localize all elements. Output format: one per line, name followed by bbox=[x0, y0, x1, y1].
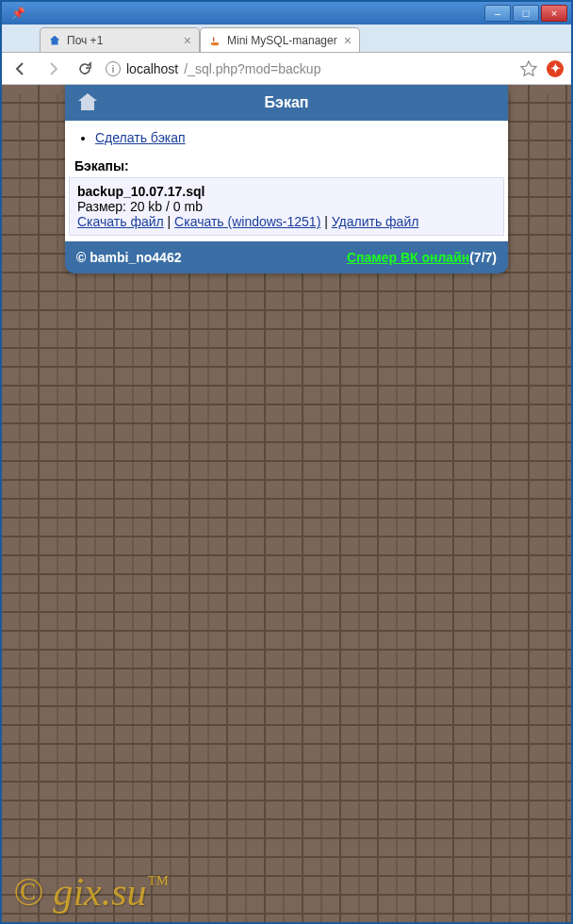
panel-body: Сделать бэкап Бэкапы: backup_10.07.17.sq… bbox=[65, 121, 508, 241]
bookmark-star-icon[interactable] bbox=[520, 60, 537, 77]
tab-inactive[interactable]: Поч +1 × bbox=[40, 27, 200, 52]
backup-actions: Скачать файл | Скачать (windows-1251) | … bbox=[77, 214, 496, 229]
panel-title: Бэкап bbox=[101, 94, 472, 111]
window-frame: 📌 – □ × Поч +1 × Mini MySQL-manager × bbox=[0, 0, 573, 924]
watermark: © gix.su™ bbox=[13, 869, 169, 915]
url-path: /_sql.php?mod=backup bbox=[184, 61, 320, 76]
java-icon bbox=[208, 34, 221, 47]
reload-button[interactable] bbox=[74, 58, 96, 80]
backup-size: Размер: 20 kb / 0 mb bbox=[77, 199, 496, 214]
back-button[interactable] bbox=[9, 58, 32, 80]
home-icon bbox=[48, 34, 61, 47]
close-button[interactable]: × bbox=[541, 5, 567, 22]
tab-close-icon[interactable]: × bbox=[344, 33, 352, 48]
title-bar-left: 📌 bbox=[6, 7, 483, 20]
footer-copyright: © bambi_no4462 bbox=[76, 250, 181, 265]
url-host: localhost bbox=[126, 61, 178, 76]
download-1251-link[interactable]: Скачать (windows-1251) bbox=[174, 214, 320, 229]
tab-strip: Поч +1 × Mini MySQL-manager × bbox=[2, 25, 571, 53]
spammer-count: (7/7) bbox=[469, 250, 497, 265]
make-backup-link[interactable]: Сделать бэкап bbox=[95, 130, 186, 145]
download-link[interactable]: Скачать файл bbox=[77, 214, 164, 229]
tab-close-icon[interactable]: × bbox=[184, 33, 191, 48]
adblock-icon[interactable]: ✦ bbox=[547, 60, 564, 77]
maximize-button[interactable]: □ bbox=[513, 5, 539, 22]
main-panel: Бэкап Сделать бэкап Бэкапы: backup_10.07… bbox=[65, 85, 508, 273]
backups-heading: Бэкапы: bbox=[74, 158, 499, 173]
spammer-link[interactable]: Спамер ВК онлайн bbox=[347, 250, 469, 265]
svg-point-0 bbox=[211, 41, 220, 45]
address-bar: i localhost/_sql.php?mod=backup ✦ bbox=[2, 53, 571, 85]
panel-footer: © bambi_no4462 Спамер ВК онлайн (7/7) bbox=[65, 241, 508, 273]
tab-title: Поч +1 bbox=[67, 34, 178, 47]
list-item: Сделать бэкап bbox=[95, 130, 499, 145]
delete-link[interactable]: Удалить файл bbox=[332, 214, 419, 229]
info-icon[interactable]: i bbox=[106, 61, 121, 76]
backup-entry: backup_10.07.17.sql Размер: 20 kb / 0 mb… bbox=[69, 177, 504, 236]
home-icon[interactable] bbox=[74, 90, 101, 116]
title-bar: 📌 – □ × bbox=[2, 2, 571, 25]
url-input[interactable]: i localhost/_sql.php?mod=backup bbox=[106, 57, 511, 81]
minimize-button[interactable]: – bbox=[484, 5, 511, 22]
page-viewport: Бэкап Сделать бэкап Бэкапы: backup_10.07… bbox=[2, 85, 571, 922]
backup-filename: backup_10.07.17.sql bbox=[77, 184, 496, 199]
forward-button bbox=[41, 58, 64, 80]
panel-header: Бэкап bbox=[65, 85, 508, 121]
pin-icon: 📌 bbox=[11, 7, 25, 20]
tab-title: Mini MySQL-manager bbox=[227, 34, 338, 47]
tab-active[interactable]: Mini MySQL-manager × bbox=[200, 27, 360, 52]
